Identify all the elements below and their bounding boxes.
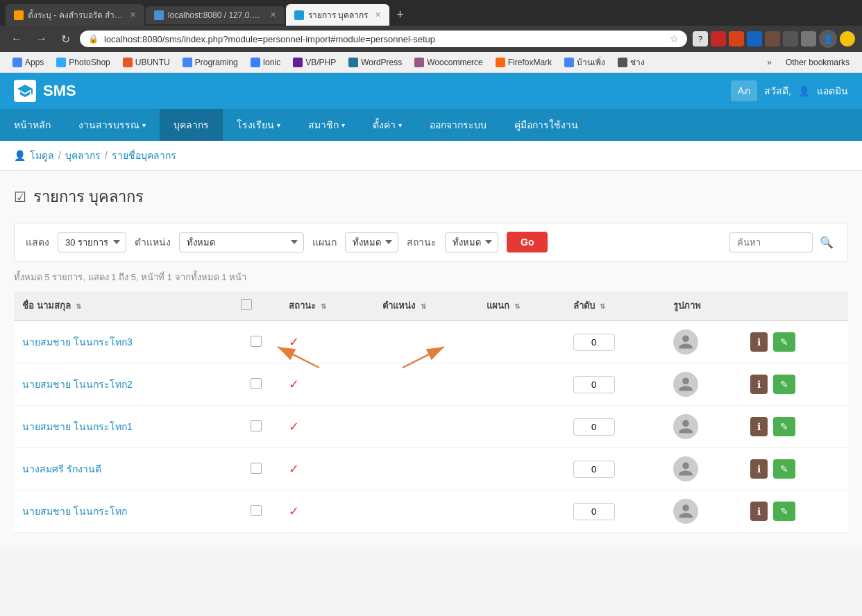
- cell-division-1: [478, 363, 565, 406]
- nav-member[interactable]: สมาชิก ▾: [294, 109, 359, 141]
- bookmark-woocommerce[interactable]: Woocommerce: [409, 56, 488, 69]
- row-name-link-2[interactable]: นายสมชาย โนนกระโทก1: [22, 421, 133, 432]
- new-tab-button[interactable]: +: [391, 8, 409, 22]
- bookmark-chang[interactable]: ช่าง: [612, 54, 650, 70]
- go-button[interactable]: Go: [507, 232, 548, 253]
- row-name-link-4[interactable]: นายสมชาย โนนกระโทก: [22, 506, 127, 517]
- tab-close-1[interactable]: ✕: [130, 10, 136, 19]
- nav-personnel[interactable]: บุคลากร: [160, 109, 223, 141]
- row-checkbox-3[interactable]: [251, 463, 262, 474]
- cell-status-4: ✓: [280, 490, 375, 533]
- bookmark-ionic[interactable]: Ionic: [245, 56, 286, 69]
- address-bar[interactable]: 🔒 ☆: [80, 31, 687, 47]
- row-name-link-0[interactable]: นายสมชาย โนนกระโทก3: [22, 336, 133, 348]
- info-button-1[interactable]: ℹ: [750, 375, 768, 394]
- bookmark-star-icon[interactable]: ☆: [670, 33, 679, 44]
- row-checkbox-4[interactable]: [251, 505, 262, 516]
- bookmarks-more[interactable]: »: [763, 56, 776, 69]
- nav-logout[interactable]: ออกจากระบบ: [416, 109, 500, 141]
- breadcrumb-module[interactable]: โมดูล: [30, 148, 54, 163]
- ext-gray1-icon[interactable]: [783, 31, 798, 46]
- division-label: แผนก: [312, 234, 337, 250]
- position-select[interactable]: ทั้งหมด: [179, 232, 304, 253]
- status-select[interactable]: ทั้งหมด: [445, 232, 498, 253]
- th-division-sort[interactable]: ⇅: [514, 302, 520, 310]
- cell-check-4[interactable]: [233, 490, 280, 533]
- graduation-cap-icon: [17, 83, 33, 99]
- division-select[interactable]: ทั้งหมด: [345, 232, 398, 253]
- edit-button-3[interactable]: ✎: [773, 459, 795, 479]
- breadcrumb-list[interactable]: รายชื่อบุคลากร: [112, 148, 176, 163]
- status-checkmark-0: ✓: [289, 335, 299, 349]
- bookmark-photoshop[interactable]: PhotoShop: [51, 56, 115, 69]
- tab-close-3[interactable]: ✕: [375, 10, 381, 19]
- edit-button-4[interactable]: ✎: [773, 502, 795, 521]
- bookmark-ubuntu[interactable]: UBUNTU: [117, 56, 176, 69]
- app-user: Aภ สวัสดี, 👤 แอดมิน: [731, 80, 848, 101]
- bookmark-baanpeng[interactable]: บ้านเพิ่ง: [559, 54, 611, 70]
- order-input-4[interactable]: [573, 503, 615, 520]
- info-button-3[interactable]: ℹ: [750, 459, 768, 479]
- language-button[interactable]: Aภ: [731, 80, 757, 101]
- th-position-sort[interactable]: ⇅: [421, 302, 426, 310]
- tab-1[interactable]: ตั้งระบุ - คงสำรบอรัด สำหรับติดต่อ... ✕: [6, 4, 144, 26]
- bookmark-other[interactable]: Other bookmarks: [780, 56, 855, 69]
- ext-yellow-circle-icon[interactable]: [840, 31, 855, 46]
- ext-gray2-icon[interactable]: [801, 31, 816, 46]
- nav-settings[interactable]: ตั้งค่า ▾: [359, 109, 416, 141]
- user-avatar-btn[interactable]: 👤: [819, 30, 837, 48]
- tab-2[interactable]: localhost:8080 / 127.0.0.1 / scho... ✕: [146, 6, 285, 24]
- nav-home[interactable]: หน้าหลัก: [0, 109, 65, 141]
- nav-saraban[interactable]: งานสารบรรณ ▾: [65, 109, 160, 141]
- bookmark-apps[interactable]: Apps: [7, 56, 49, 69]
- ext-orange-icon[interactable]: [729, 31, 744, 46]
- info-button-0[interactable]: ℹ: [750, 332, 768, 352]
- row-checkbox-2[interactable]: [251, 420, 262, 431]
- show-select[interactable]: 30 รายการ: [58, 232, 126, 253]
- ext-brown-icon[interactable]: [765, 31, 780, 46]
- bookmark-wordpress[interactable]: WordPress: [343, 56, 407, 69]
- order-input-1[interactable]: [573, 376, 615, 393]
- order-input-2[interactable]: [573, 418, 615, 436]
- breadcrumb-personnel[interactable]: บุคลากร: [65, 148, 101, 163]
- th-status-sort[interactable]: ⇅: [321, 302, 326, 310]
- header-checkbox[interactable]: [241, 299, 252, 310]
- info-button-4[interactable]: ℹ: [750, 502, 768, 521]
- search-input[interactable]: [729, 232, 813, 253]
- cell-check-3[interactable]: [233, 448, 280, 490]
- th-name-sort[interactable]: ⇅: [76, 302, 81, 310]
- row-checkbox-1[interactable]: [251, 378, 262, 389]
- tab-3[interactable]: รายการ บุคลากร ✕: [286, 4, 389, 26]
- search-button[interactable]: 🔍: [817, 233, 836, 252]
- row-name-link-1[interactable]: นายสมชาย โนนกระโทก2: [22, 379, 133, 390]
- th-division-label: แผนก: [487, 300, 509, 311]
- th-order-sort[interactable]: ⇅: [600, 302, 605, 310]
- address-input[interactable]: [104, 34, 664, 44]
- back-button[interactable]: ←: [7, 31, 26, 46]
- order-input-0[interactable]: [573, 334, 615, 351]
- bookmark-vbphp[interactable]: VB/PHP: [287, 56, 341, 69]
- bookmark-other-label: Other bookmarks: [786, 58, 850, 67]
- bookmark-programing[interactable]: Programing: [177, 56, 244, 69]
- bookmark-firefoxmark[interactable]: FirefoxMark: [490, 56, 557, 69]
- info-button-2[interactable]: ℹ: [750, 417, 768, 436]
- cell-avatar-0: [665, 320, 741, 363]
- row-name-link-3[interactable]: นางสมศรี รักงานดี: [22, 463, 101, 474]
- ext-blue-icon[interactable]: [747, 31, 762, 46]
- forward-button[interactable]: →: [32, 31, 51, 46]
- tab-close-2[interactable]: ✕: [270, 10, 276, 19]
- cell-check-1[interactable]: [233, 363, 280, 406]
- reload-button[interactable]: ↻: [57, 31, 74, 47]
- ext-help-icon[interactable]: ?: [693, 31, 708, 46]
- edit-button-2[interactable]: ✎: [773, 417, 795, 436]
- nav-manual[interactable]: คู่มือการใช้งาน: [500, 109, 592, 141]
- row-checkbox-0[interactable]: [251, 336, 262, 347]
- order-input-3[interactable]: [573, 461, 615, 478]
- th-checkbox[interactable]: [233, 291, 280, 320]
- ext-red-icon[interactable]: [711, 31, 726, 46]
- nav-school[interactable]: โรงเรียน ▾: [223, 109, 294, 141]
- edit-button-1[interactable]: ✎: [773, 375, 795, 394]
- edit-button-0[interactable]: ✎: [773, 332, 795, 352]
- cell-check-2[interactable]: [233, 406, 280, 448]
- cell-check-0[interactable]: [233, 320, 280, 363]
